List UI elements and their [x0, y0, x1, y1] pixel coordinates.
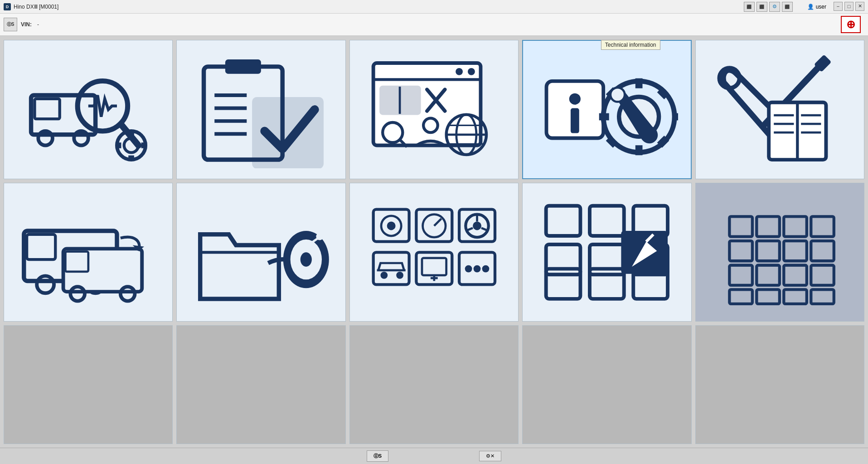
vehicle-management-cell[interactable]: [4, 183, 173, 322]
main-grid: Technical information: [0, 36, 868, 448]
settings-icon-btn[interactable]: ⚙: [769, 2, 780, 12]
topbar-btn-2[interactable]: ⬛: [756, 2, 767, 12]
svg-rect-93: [422, 258, 446, 275]
svg-point-84: [473, 221, 481, 230]
svg-point-75: [316, 233, 324, 240]
toolbar-icon: ⓪S: [4, 18, 17, 31]
svg-rect-124: [730, 289, 753, 304]
customize-cell[interactable]: [522, 183, 691, 322]
svg-point-22: [468, 68, 475, 75]
3d-info-cell[interactable]: [695, 183, 864, 322]
empty-cell-3: [349, 325, 519, 444]
svg-rect-10: [116, 142, 121, 148]
service-support-cell[interactable]: [349, 40, 519, 179]
inspection-cell[interactable]: [176, 40, 345, 179]
bottom-left-button[interactable]: ⓪S: [367, 450, 388, 462]
diagnosis-cell[interactable]: [4, 40, 173, 179]
service-support-icon: [363, 51, 506, 168]
empty-cell-5: [695, 325, 864, 444]
svg-line-81: [434, 219, 441, 226]
svg-rect-37: [571, 108, 579, 133]
bottom-right-button[interactable]: ⚙✕: [479, 451, 501, 461]
svg-rect-127: [811, 289, 834, 304]
window-controls[interactable]: ⬛ ⬛ ⚙ ⬛ 👤 user − □ ✕: [744, 2, 864, 12]
svg-rect-13: [225, 59, 261, 74]
title-bar-left: D Hino DXⅢ [M0001]: [4, 3, 58, 10]
3d-info-icon: [708, 194, 851, 311]
repair-manual-cell[interactable]: [695, 40, 864, 179]
bottom-left-icon: ⓪S: [373, 453, 382, 459]
svg-rect-100: [546, 205, 581, 235]
plus-icon: ⊕: [846, 19, 855, 30]
work-support-icon: [363, 194, 506, 311]
user-icon: 👤: [807, 4, 814, 10]
add-vehicle-button[interactable]: ⊕: [841, 16, 861, 33]
svg-point-98: [473, 265, 480, 272]
svg-rect-8: [128, 130, 134, 136]
vehicle-management-icon: [17, 194, 160, 311]
vin-value: -: [37, 21, 39, 28]
svg-rect-9: [128, 155, 134, 161]
svg-point-78: [387, 221, 395, 230]
svg-rect-115: [811, 216, 834, 236]
svg-rect-123: [811, 265, 834, 285]
svg-rect-112: [730, 216, 753, 236]
svg-rect-64: [63, 249, 142, 292]
svg-point-97: [465, 265, 472, 272]
svg-point-80: [422, 214, 446, 237]
svg-rect-41: [635, 145, 643, 155]
svg-rect-11: [141, 142, 147, 148]
app-icon: D: [4, 3, 11, 10]
svg-rect-125: [757, 289, 780, 304]
empty-cell-2: [176, 325, 345, 444]
customize-icon: [535, 194, 679, 311]
username: user: [816, 4, 826, 10]
svg-rect-121: [757, 265, 780, 285]
svg-rect-40: [635, 78, 643, 88]
svg-rect-122: [784, 265, 807, 285]
empty-cell-1: [4, 325, 173, 444]
tooltip-technical-info: Technical information: [601, 40, 660, 50]
svg-point-62: [37, 276, 54, 293]
svg-rect-0: [31, 95, 95, 135]
minimize-button[interactable]: −: [834, 2, 843, 11]
toolbar: ⓪S VIN: - ⊕: [0, 14, 868, 36]
repair-manual-icon: [708, 51, 851, 168]
empty-cell-4: [522, 325, 691, 444]
data-management-cell[interactable]: [176, 183, 345, 322]
svg-rect-101: [590, 205, 624, 235]
svg-rect-119: [811, 241, 834, 261]
svg-point-90: [380, 272, 388, 279]
topbar-btn-1[interactable]: ⬛: [744, 2, 755, 12]
svg-point-36: [569, 93, 581, 104]
svg-point-48: [611, 88, 625, 102]
bottom-bar: ⓪S ⚙✕: [0, 448, 868, 464]
technical-info-cell[interactable]: Technical information: [522, 40, 691, 179]
svg-rect-120: [730, 265, 753, 285]
work-support-cell[interactable]: [349, 183, 519, 322]
user-area: 👤 user: [807, 2, 826, 12]
svg-rect-1: [34, 99, 59, 119]
title-bar: D Hino DXⅢ [M0001] ⬛ ⬛ ⚙ ⬛ 👤 user − □ ✕: [0, 0, 868, 14]
data-management-icon: [189, 194, 333, 311]
technical-info-icon: [536, 51, 678, 168]
diagnosis-icon: [17, 51, 160, 168]
svg-rect-116: [730, 241, 753, 261]
svg-point-21: [456, 68, 463, 75]
svg-rect-42: [599, 113, 609, 120]
svg-rect-117: [757, 241, 780, 261]
svg-rect-61: [27, 234, 55, 259]
window-title: Hino DXⅢ [M0001]: [14, 4, 58, 10]
bottom-right-icon: ⚙✕: [486, 453, 495, 459]
svg-rect-113: [757, 216, 780, 236]
svg-point-73: [301, 252, 312, 267]
maximize-button[interactable]: □: [844, 2, 853, 11]
svg-point-91: [396, 272, 403, 279]
svg-rect-118: [784, 241, 807, 261]
svg-rect-114: [784, 216, 807, 236]
vin-label: VIN:: [21, 21, 32, 28]
topbar-btn-4[interactable]: ⬛: [782, 2, 793, 12]
inspection-icon: [189, 51, 333, 168]
svg-rect-43: [676, 113, 678, 120]
close-button[interactable]: ✕: [855, 2, 864, 11]
